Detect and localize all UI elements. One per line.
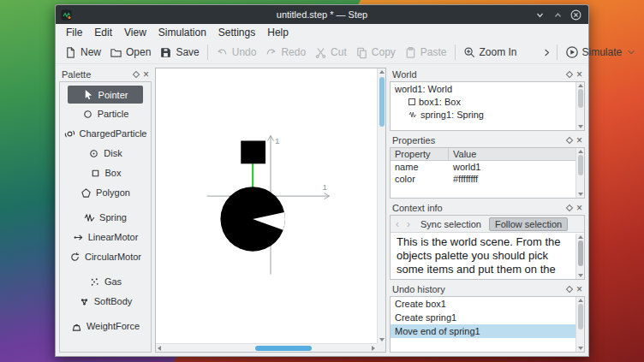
undo-float-button[interactable] — [566, 286, 573, 293]
palette-item-chargedparticle[interactable]: ChargedParticle — [62, 124, 149, 143]
simulate-button[interactable]: Simulate — [561, 43, 627, 62]
canvas[interactable]: 1 1 — [155, 68, 386, 353]
world-float-button[interactable] — [566, 71, 573, 78]
properties-float-button[interactable] — [566, 137, 573, 144]
palette-item-disk[interactable]: Disk — [62, 144, 149, 163]
context-close-button[interactable]: × — [576, 204, 582, 212]
maximize-button[interactable] — [552, 9, 564, 21]
save-button[interactable]: Save — [155, 44, 203, 62]
maximize-icon — [553, 10, 563, 20]
simulate-play-icon — [565, 45, 579, 59]
property-row-name[interactable]: name world1 — [391, 161, 575, 173]
menu-edit[interactable]: Edit — [88, 25, 118, 40]
property-row-color[interactable]: color #ffffffff — [391, 173, 575, 185]
redo-button[interactable]: Redo — [260, 44, 310, 62]
new-button[interactable]: New — [60, 44, 105, 62]
context-float-button[interactable] — [566, 205, 573, 211]
palette-item-circularmotor[interactable]: CircularMotor — [62, 247, 149, 266]
palette-item-gas[interactable]: Gas — [62, 272, 149, 291]
undo-item-move-end-of-spring1[interactable]: Move end of spring1 — [391, 324, 575, 338]
scroll-right-icon[interactable] — [372, 346, 375, 351]
open-button[interactable]: Open — [105, 44, 155, 62]
redo-icon — [265, 46, 277, 59]
paste-button[interactable]: Paste — [400, 44, 451, 62]
copy-button[interactable]: Copy — [351, 44, 400, 62]
scroll-down-icon[interactable] — [379, 338, 385, 341]
menu-view[interactable]: View — [118, 25, 152, 40]
tree-item-spring1[interactable]: spring1: Spring — [391, 108, 584, 121]
undo-item-create-box1[interactable]: Create box1 — [391, 297, 575, 311]
cut-button[interactable]: Cut — [310, 44, 351, 62]
scroll-down-icon[interactable] — [578, 193, 583, 196]
close-icon — [570, 9, 581, 21]
tree-item-box1[interactable]: box1: Box — [391, 95, 584, 108]
palette-item-linearmotor[interactable]: LinearMotor — [62, 228, 149, 246]
box1-shape[interactable] — [241, 140, 265, 163]
column-property[interactable]: Property — [391, 148, 449, 160]
world-scrollbar[interactable] — [575, 82, 584, 130]
pointer-icon — [83, 89, 94, 100]
menu-simulation[interactable]: Simulation — [152, 25, 212, 40]
context-scroll-thumb[interactable] — [578, 240, 583, 266]
softbody-icon — [79, 296, 90, 307]
undo-close-button[interactable]: × — [576, 285, 582, 294]
palette-item-weightforce[interactable]: WeightForce — [62, 317, 149, 335]
follow-selection-button[interactable]: Follow selection — [489, 217, 568, 231]
scroll-up-icon[interactable] — [379, 70, 385, 74]
tree-item-world1[interactable]: world1: World — [391, 82, 584, 95]
scroll-up-icon[interactable] — [578, 150, 583, 153]
world-header: World × — [390, 68, 585, 81]
undo-button[interactable]: Undo — [212, 44, 261, 62]
properties-panel: Properties × Property Value name world1 — [390, 134, 585, 199]
palette-item-particle[interactable]: Particle — [62, 104, 149, 123]
scroll-up-icon[interactable] — [578, 235, 583, 239]
world-panel: World × world1: World box1: Box — [390, 68, 585, 131]
canvas-hscrollbar[interactable] — [156, 343, 377, 352]
canvas-vscroll-thumb[interactable] — [379, 77, 385, 127]
scroll-down-icon[interactable] — [578, 125, 583, 128]
context-scrollbar[interactable] — [575, 234, 584, 279]
world-scroll-thumb[interactable] — [578, 89, 583, 108]
toolbar-separator — [207, 45, 208, 60]
palette-item-softbody[interactable]: SoftBody — [62, 292, 149, 311]
scroll-down-icon[interactable] — [578, 274, 583, 277]
properties-close-button[interactable]: × — [576, 136, 582, 145]
palette-item-pointer[interactable]: Pointer — [68, 86, 143, 104]
palette-item-box[interactable]: Box — [62, 163, 149, 182]
polygon-icon — [80, 187, 92, 199]
menu-file[interactable]: File — [60, 25, 88, 40]
world-scene: 1 1 — [156, 68, 385, 352]
context-body: ‹ › Sync selection Follow selection This… — [390, 215, 585, 280]
properties-column-headers: Property Value — [391, 148, 575, 161]
sync-selection-button[interactable]: Sync selection — [415, 218, 486, 230]
disk1-shape[interactable] — [220, 187, 284, 252]
column-value[interactable]: Value — [449, 148, 480, 160]
properties-scroll-thumb[interactable] — [578, 155, 583, 175]
menu-settings[interactable]: Settings — [212, 25, 261, 40]
canvas-hscroll-thumb[interactable] — [255, 346, 312, 351]
palette-item-polygon[interactable]: Polygon — [62, 183, 149, 202]
scroll-up-icon[interactable] — [578, 84, 583, 87]
scroll-up-icon[interactable] — [578, 299, 583, 302]
context-info-panel: Context info × ‹ › Sync selection Follow… — [390, 201, 585, 280]
forward-button[interactable]: › — [404, 218, 413, 230]
scroll-down-icon[interactable] — [578, 347, 583, 350]
properties-scrollbar[interactable] — [575, 148, 584, 198]
palette-item-spring[interactable]: Spring — [62, 208, 149, 227]
back-button[interactable]: ‹ — [393, 218, 402, 230]
undo-item-create-spring1[interactable]: Create spring1 — [391, 311, 575, 324]
undo-scroll-thumb[interactable] — [578, 304, 583, 329]
world-title: World — [392, 69, 563, 80]
scroll-left-icon[interactable] — [158, 346, 161, 351]
menu-help[interactable]: Help — [261, 25, 295, 40]
palette-float-button[interactable] — [133, 71, 140, 78]
toolbar-overflow-button[interactable] — [537, 45, 557, 61]
world-close-button[interactable]: × — [576, 70, 582, 79]
close-button[interactable] — [570, 9, 581, 21]
palette-close-button[interactable]: × — [143, 70, 149, 79]
zoom-in-button[interactable]: Zoom In — [459, 44, 522, 62]
simulate-dropdown[interactable] — [626, 45, 641, 60]
undo-scrollbar[interactable] — [575, 297, 584, 352]
minimize-button[interactable] — [534, 9, 546, 21]
canvas-vscrollbar[interactable] — [377, 68, 385, 343]
